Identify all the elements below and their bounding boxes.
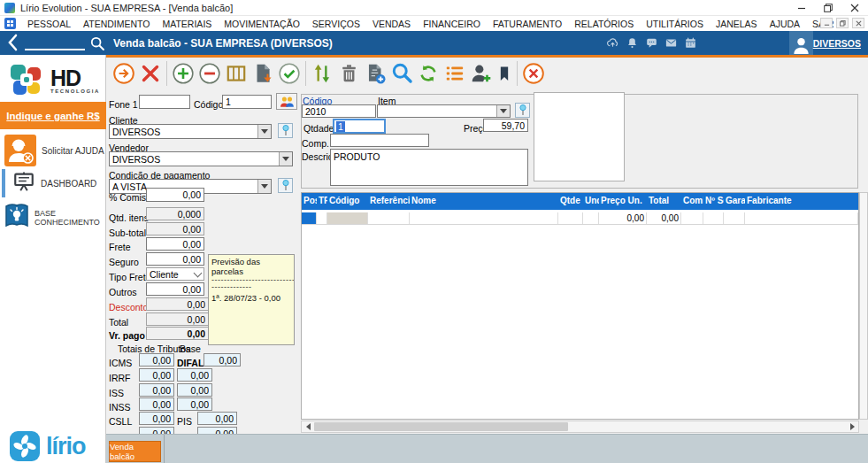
bookmark-icon[interactable] <box>495 60 514 87</box>
go-arrow-icon[interactable] <box>111 60 137 87</box>
menu-utilitarios[interactable]: UTILITÁRIOS <box>640 19 710 29</box>
referral-banner[interactable]: Indique e ganhe R$ <box>0 102 106 129</box>
menu-pessoal[interactable]: PESSOAL <box>21 19 77 29</box>
invoice-add-icon[interactable] <box>362 60 388 87</box>
chat-icon[interactable] <box>645 36 658 50</box>
dropdown-arrow-icon[interactable] <box>257 125 271 138</box>
export-document-icon[interactable] <box>250 60 276 87</box>
comp-input[interactable] <box>330 134 429 147</box>
item-combo[interactable] <box>377 104 511 118</box>
iss-input[interactable] <box>139 383 174 397</box>
add-person-icon[interactable] <box>468 60 495 87</box>
sidebar-item-solicitar-ajuda[interactable]: Solicitar AJUDA <box>0 133 106 168</box>
column-header[interactable]: Comis. <box>681 193 703 210</box>
mdi-close-button[interactable] <box>852 18 864 28</box>
irrf-base-input[interactable] <box>177 368 212 382</box>
cancel-x-icon[interactable] <box>137 60 164 87</box>
column-header[interactable]: Qtde <box>558 193 583 210</box>
column-header[interactable]: Total <box>647 193 681 210</box>
user-avatar[interactable] <box>789 31 813 55</box>
close-circle-icon[interactable] <box>520 60 547 87</box>
column-header[interactable]: Nº Seri <box>703 193 724 210</box>
minimize-button[interactable] <box>788 0 815 16</box>
preco-input[interactable] <box>483 119 528 132</box>
irrf-input[interactable] <box>139 368 174 382</box>
scroll-left-arrow-icon[interactable] <box>302 421 314 432</box>
dropdown-arrow-icon[interactable] <box>257 180 271 193</box>
sidebar-item-dashboard[interactable]: DASHBOARD <box>0 168 106 198</box>
column-header[interactable]: Referência <box>368 193 410 210</box>
menu-materiais[interactable]: MATERIAIS <box>156 19 218 29</box>
descric-textarea[interactable]: PRODUTO <box>330 149 528 186</box>
frete-input[interactable] <box>146 237 204 251</box>
menu-movimentacao[interactable]: MOVIMENTAÇÃO <box>218 19 306 29</box>
column-header[interactable]: Fabricante <box>745 193 858 210</box>
sidebar-item-base-conhecimento[interactable]: BASE CONHECIMENTO <box>0 200 106 235</box>
trash-icon[interactable] <box>335 60 362 87</box>
inss-base-input[interactable] <box>177 397 212 411</box>
column-header[interactable]: Und <box>583 193 599 210</box>
dropdown-arrow-icon[interactable] <box>496 105 510 117</box>
menu-financeiro[interactable]: FINANCEIRO <box>417 19 487 29</box>
menu-atendimento[interactable]: ATENDIMENTO <box>77 19 156 29</box>
comissao-input[interactable] <box>146 188 204 202</box>
mail-icon[interactable] <box>664 36 678 50</box>
add-circle-icon[interactable] <box>170 60 196 87</box>
iss-base-input[interactable] <box>177 383 212 397</box>
cliente-pin-button[interactable] <box>278 123 293 138</box>
fone1-input[interactable] <box>139 95 190 109</box>
column-header[interactable]: Nome <box>410 193 558 210</box>
outros-input[interactable] <box>146 282 204 296</box>
side-list-box[interactable] <box>534 92 625 181</box>
current-user-link[interactable]: DIVERSOS <box>813 38 861 49</box>
menu-faturamento[interactable]: FATURAMENTO <box>487 19 568 29</box>
mdi-restore-button[interactable] <box>836 18 849 28</box>
qtdade-input-focused[interactable]: 1 <box>333 119 386 134</box>
mdi-minimize-button[interactable] <box>820 18 833 28</box>
item-codigo-input[interactable] <box>302 104 376 118</box>
taskbar-window-button[interactable]: Venda balcão <box>109 441 161 462</box>
search-input[interactable] <box>25 38 85 50</box>
notifications-bell-icon[interactable] <box>626 36 639 50</box>
cond-pagamento-pin-button[interactable] <box>278 178 293 193</box>
refresh-icon[interactable] <box>415 60 442 87</box>
vendedor-combo[interactable]: DIVERSOS <box>109 151 293 166</box>
column-header[interactable]: Garan <box>724 193 745 210</box>
dropdown-arrow-icon[interactable] <box>279 152 292 166</box>
codigo-cliente-input[interactable] <box>222 95 272 109</box>
difal-input[interactable] <box>204 353 241 367</box>
menu-servicos[interactable]: SERVIÇOS <box>306 19 366 29</box>
menu-relatorios[interactable]: RELATÓRIOS <box>568 19 640 29</box>
menu-vendas[interactable]: VENDAS <box>366 19 417 29</box>
search-icon[interactable] <box>89 35 105 55</box>
sort-arrows-icon[interactable] <box>309 60 335 87</box>
scrollbar-thumb[interactable] <box>314 422 568 431</box>
cliente-combo[interactable]: DIVERSOS <box>109 124 272 139</box>
table-row[interactable]: 0,00 0,00 <box>302 212 858 225</box>
column-header[interactable]: Código <box>327 193 368 210</box>
upload-cloud-icon[interactable] <box>606 36 619 50</box>
csll-input[interactable] <box>139 412 174 425</box>
list-icon[interactable] <box>442 60 468 87</box>
tipo-frete-select[interactable]: Cliente <box>146 267 204 281</box>
icms-input[interactable] <box>139 353 174 367</box>
column-header[interactable]: TP <box>317 193 327 210</box>
pis-input[interactable] <box>197 412 237 425</box>
menu-janelas[interactable]: JANELAS <box>710 19 764 29</box>
menu-grid-icon[interactable] <box>4 18 16 29</box>
horizontal-scrollbar[interactable] <box>301 421 859 433</box>
item-pin-button[interactable] <box>515 103 530 118</box>
scroll-right-arrow-icon[interactable] <box>846 421 858 432</box>
columns-icon[interactable] <box>223 60 250 87</box>
inss-input[interactable] <box>139 397 174 411</box>
close-button[interactable] <box>841 0 868 16</box>
vertical-scrollbar[interactable] <box>859 192 868 420</box>
menu-ajuda[interactable]: AJUDA <box>764 19 806 29</box>
column-header[interactable]: Preço Un. <box>599 193 647 210</box>
confirm-check-icon[interactable] <box>276 60 303 87</box>
people-lookup-button[interactable] <box>276 93 297 110</box>
search-magnifier-icon[interactable] <box>388 60 415 87</box>
row-selector-cell[interactable] <box>302 212 317 224</box>
remove-circle-icon[interactable] <box>196 60 223 87</box>
seguro-input[interactable] <box>146 252 204 266</box>
